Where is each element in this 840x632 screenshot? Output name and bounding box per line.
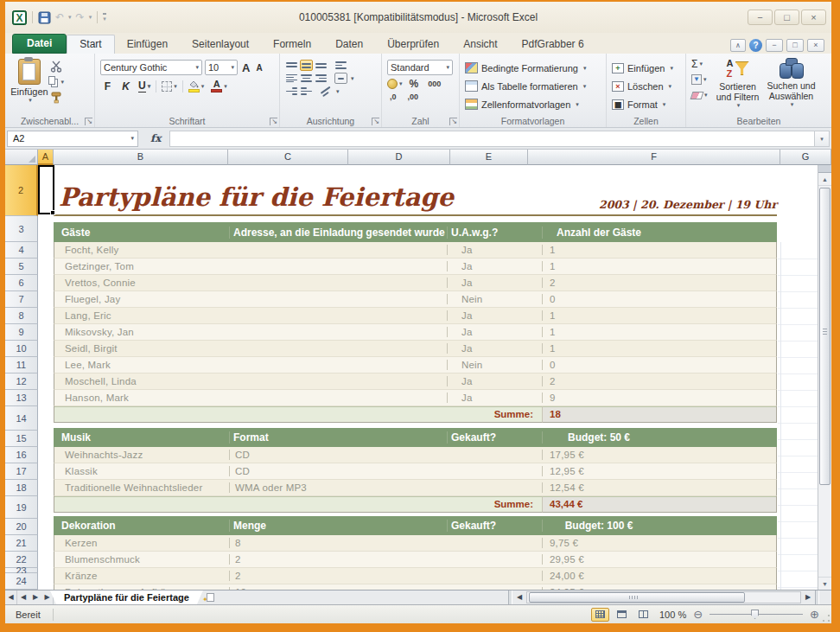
hscroll-left-icon[interactable]: ◀ bbox=[512, 591, 526, 604]
vertical-scrollbar[interactable]: ▲ ▼ bbox=[818, 165, 831, 590]
column-header-f[interactable]: F bbox=[528, 150, 780, 165]
format-painter-button[interactable] bbox=[48, 91, 64, 105]
cell[interactable]: Lang, Eric bbox=[54, 310, 229, 321]
ribbon-tab-einfügen[interactable]: Einfügen bbox=[115, 35, 180, 54]
cell[interactable]: 0 bbox=[542, 360, 776, 370]
row-header-19[interactable]: 19 bbox=[5, 496, 38, 519]
increase-indent-button[interactable] bbox=[300, 86, 313, 97]
bold-button[interactable]: F bbox=[100, 79, 115, 93]
section-header-cell[interactable]: Musik bbox=[54, 431, 229, 444]
cell[interactable]: Fluegel, Jay bbox=[54, 294, 229, 304]
cell[interactable]: 0 bbox=[542, 294, 776, 304]
column-header-a[interactable]: A bbox=[38, 150, 54, 165]
section-header-cell[interactable]: Gekauft? bbox=[447, 520, 542, 532]
grow-font-button[interactable]: A bbox=[240, 61, 251, 75]
cell[interactable]: 12,54 € bbox=[542, 482, 776, 493]
cell[interactable]: 1 bbox=[542, 245, 776, 255]
row-header-24[interactable]: 24 bbox=[5, 573, 38, 590]
row-header-16[interactable]: 16 bbox=[5, 447, 38, 463]
cell[interactable]: Ja bbox=[447, 393, 542, 403]
cell[interactable]: Ja bbox=[447, 376, 542, 386]
minimize-button[interactable]: − bbox=[748, 10, 773, 25]
insert-worksheet-button[interactable]: ✦ bbox=[200, 591, 222, 604]
ribbon-tab-überprüfen[interactable]: Überprüfen bbox=[375, 35, 451, 54]
collapse-ribbon-icon[interactable]: ∧ bbox=[730, 39, 746, 52]
excel-app-icon[interactable]: X bbox=[12, 10, 27, 25]
insert-function-button[interactable]: fx bbox=[138, 132, 169, 144]
next-sheet-icon[interactable]: ▶ bbox=[29, 591, 41, 604]
column-header-c[interactable]: C bbox=[228, 150, 348, 165]
cell[interactable]: Seidl, Birgit bbox=[54, 343, 229, 354]
prev-sheet-icon[interactable]: ◀ bbox=[17, 591, 29, 604]
cell[interactable]: 10 bbox=[229, 587, 447, 590]
section-header-cell[interactable]: U.A.w.g.? bbox=[447, 227, 542, 239]
column-header-e[interactable]: E bbox=[450, 150, 528, 165]
normal-view-button[interactable] bbox=[591, 608, 609, 622]
summe-value[interactable]: 18 bbox=[542, 406, 776, 423]
redo-icon[interactable]: ↷ bbox=[74, 11, 86, 23]
qat-customize-icon[interactable]: ▾ bbox=[103, 13, 106, 22]
undo-icon[interactable]: ↶ bbox=[54, 11, 66, 23]
cell[interactable]: Traditionelle Weihnachtslieder bbox=[54, 482, 229, 493]
cell[interactable]: Ja bbox=[447, 343, 542, 354]
first-sheet-icon[interactable]: ◀ bbox=[5, 591, 17, 604]
cell[interactable]: CD bbox=[229, 466, 447, 476]
merge-center-button[interactable] bbox=[334, 73, 347, 84]
cell[interactable]: Vrettos, Connie bbox=[54, 278, 229, 288]
undo-dropdown-icon[interactable]: ▾ bbox=[68, 14, 72, 21]
cell[interactable]: Dekoration zum Aufhängen bbox=[54, 587, 229, 590]
ribbon-tab-start[interactable]: Start bbox=[67, 35, 114, 54]
cell[interactable]: CD bbox=[229, 450, 447, 460]
zoom-slider-handle[interactable] bbox=[751, 610, 759, 619]
cell[interactable]: Moschell, Linda bbox=[54, 376, 229, 386]
cell[interactable]: 1 bbox=[542, 261, 776, 271]
cell[interactable]: 1 bbox=[542, 343, 776, 354]
alignment-dialog-launcher[interactable]: ↘ bbox=[372, 118, 379, 125]
zoom-level[interactable]: 100 % bbox=[659, 610, 686, 620]
format-cells-button[interactable]: ▦ Format ▾ bbox=[612, 96, 673, 112]
column-header-d[interactable]: D bbox=[348, 150, 450, 165]
borders-button[interactable]: ▾ bbox=[160, 79, 179, 93]
align-right-button[interactable] bbox=[315, 73, 328, 84]
number-format-select[interactable]: Standard ▾ bbox=[387, 60, 453, 75]
zoom-out-icon[interactable]: ⊖ bbox=[693, 608, 703, 621]
copy-button[interactable]: ▾ bbox=[48, 75, 64, 89]
row-header-4[interactable]: 4 bbox=[5, 242, 38, 259]
row-header-2[interactable]: 2 bbox=[5, 165, 38, 216]
cell[interactable]: Ja bbox=[447, 327, 542, 337]
cell[interactable]: WMA oder MP3 bbox=[229, 482, 447, 493]
font-dialog-launcher[interactable]: ↘ bbox=[270, 118, 277, 125]
cell[interactable]: 8 bbox=[229, 538, 447, 548]
cell[interactable]: Blumenschmuck bbox=[54, 554, 229, 565]
align-center-button[interactable] bbox=[300, 73, 313, 84]
cell[interactable]: 24,00 € bbox=[542, 571, 776, 581]
close-button[interactable]: × bbox=[801, 10, 826, 25]
section-header-cell[interactable]: Menge bbox=[229, 520, 447, 532]
find-select-button[interactable]: Suchen und Auswählen ▾ bbox=[765, 57, 818, 113]
row-header-7[interactable]: 7 bbox=[5, 291, 38, 308]
horizontal-scroll-thumb[interactable] bbox=[529, 592, 745, 603]
zoom-in-icon[interactable]: ⊕ bbox=[810, 608, 819, 621]
paste-button[interactable]: Einfügen ▾ bbox=[10, 57, 48, 113]
row-header-5[interactable]: 5 bbox=[5, 259, 38, 275]
ribbon-tab-formeln[interactable]: Formeln bbox=[261, 35, 323, 54]
zoom-slider[interactable] bbox=[710, 614, 803, 615]
increase-decimal-button[interactable]: ,0 bbox=[387, 93, 399, 101]
fill-color-button[interactable]: ▾ bbox=[187, 79, 207, 93]
row-header-13[interactable]: 13 bbox=[5, 390, 38, 406]
shrink-font-button[interactable]: A bbox=[254, 61, 264, 75]
comma-style-button[interactable]: 000 bbox=[425, 80, 443, 88]
cell[interactable]: Ja bbox=[447, 261, 542, 271]
ribbon-tab-seitenlayout[interactable]: Seitenlayout bbox=[180, 35, 261, 54]
row-header-9[interactable]: 9 bbox=[5, 324, 38, 341]
cell[interactable]: Kränze bbox=[54, 571, 229, 581]
formula-input[interactable] bbox=[169, 131, 815, 147]
cell[interactable]: 9 bbox=[542, 393, 776, 403]
ribbon-tab-daten[interactable]: Daten bbox=[323, 35, 375, 54]
column-header-b[interactable]: B bbox=[54, 150, 228, 165]
section-header-cell[interactable]: Gekauft? bbox=[447, 431, 542, 444]
cut-button[interactable] bbox=[48, 60, 64, 73]
maximize-button[interactable]: □ bbox=[774, 10, 799, 25]
format-as-table-button[interactable]: Als Tabelle formatieren ▾ bbox=[465, 78, 586, 94]
row-header-18[interactable]: 18 bbox=[5, 480, 38, 496]
